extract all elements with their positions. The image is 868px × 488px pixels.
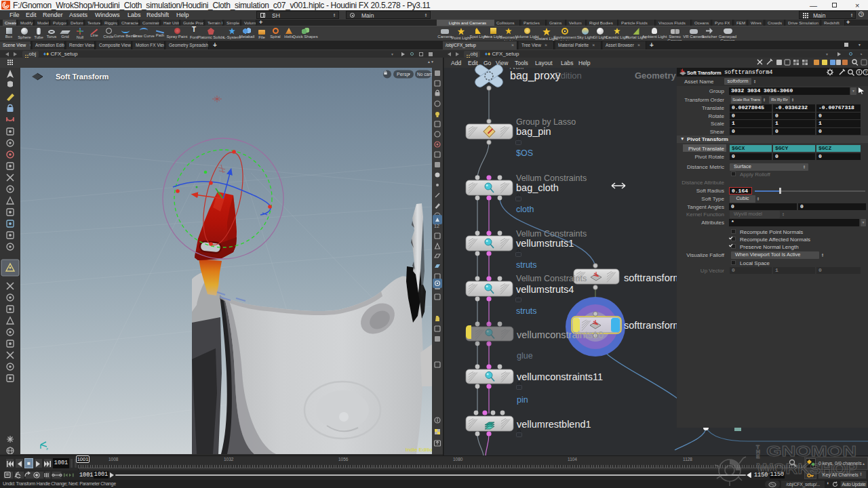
svg-text:pin: pin bbox=[517, 395, 528, 405]
svg-text:Edit: Edit bbox=[468, 60, 478, 66]
svg-text:vellumconstraints11: vellumconstraints11 bbox=[517, 371, 603, 382]
svg-text:WORKSHOP: WORKSHOP bbox=[757, 460, 857, 477]
svg-text:z: z bbox=[46, 447, 48, 451]
svg-text:struts: struts bbox=[516, 260, 537, 270]
svg-text:Go: Go bbox=[484, 60, 492, 66]
svg-text:vellumconstraints10: vellumconstraints10 bbox=[517, 329, 604, 340]
svg-text:Vellum Constraints: Vellum Constraints bbox=[516, 274, 587, 283]
svg-text:vellumstruts1: vellumstruts1 bbox=[516, 238, 574, 249]
svg-text:12: 12 bbox=[434, 224, 439, 228]
svg-text:bag_proxy: bag_proxy bbox=[510, 70, 561, 82]
svg-text:cloth: cloth bbox=[516, 205, 534, 214]
svg-text:bag_cloth: bag_cloth bbox=[516, 182, 559, 193]
svg-text:Geometry: Geometry bbox=[635, 70, 676, 81]
svg-text:?: ? bbox=[865, 70, 867, 75]
svg-text:Layout: Layout bbox=[535, 60, 553, 66]
svg-text:vellumstruts4: vellumstruts4 bbox=[516, 284, 574, 295]
svg-text:Vellum Constraints: Vellum Constraints bbox=[516, 174, 587, 183]
svg-text:Help: Help bbox=[578, 60, 591, 66]
svg-text:Labs: Labs bbox=[561, 60, 573, 66]
svg-text:glue: glue bbox=[517, 351, 533, 361]
svg-text:Soft Transform: Soft Transform bbox=[56, 73, 108, 81]
svg-text:struts: struts bbox=[516, 306, 537, 316]
svg-text:GNOMON: GNOMON bbox=[766, 443, 856, 460]
svg-text:Group by Lasso: Group by Lasso bbox=[516, 117, 576, 127]
svg-text:vellumrestblend1: vellumrestblend1 bbox=[517, 419, 591, 430]
svg-text:Tools: Tools bbox=[515, 60, 528, 66]
svg-text:E: E bbox=[756, 453, 760, 460]
svg-text:Indie Edition: Indie Edition bbox=[406, 447, 432, 453]
svg-text:No cam: No cam bbox=[417, 72, 432, 77]
svg-text:Persp: Persp bbox=[397, 72, 409, 77]
svg-text:$OS: $OS bbox=[516, 148, 533, 158]
svg-text:bag_pin: bag_pin bbox=[516, 126, 551, 137]
svg-text:Vellum Constraints: Vellum Constraints bbox=[516, 229, 587, 239]
svg-text:Add: Add bbox=[451, 60, 461, 66]
